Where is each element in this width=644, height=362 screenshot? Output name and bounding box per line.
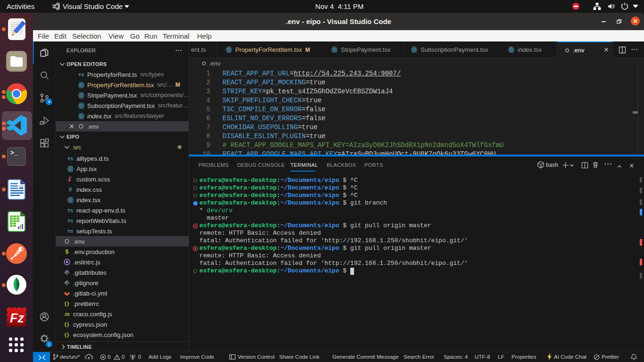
svg-text:>_: >_ xyxy=(10,149,18,156)
svg-text:Fz: Fz xyxy=(10,311,24,325)
